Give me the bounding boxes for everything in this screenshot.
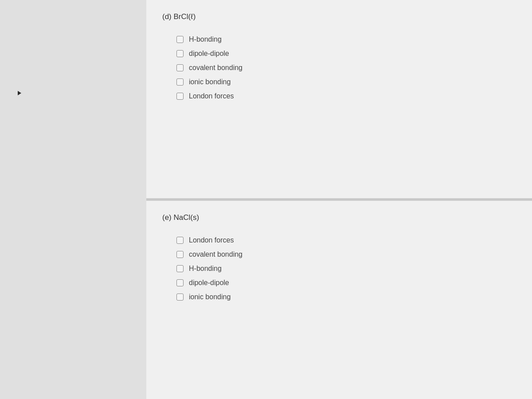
d_covalent-label[interactable]: covalent bonding [189, 64, 243, 72]
right-panel: (d) BrCl(ℓ) H-bondingdipole-dipolecovale… [146, 0, 532, 399]
question-d-options: H-bondingdipole-dipolecovalent bondingio… [162, 35, 516, 100]
list-item[interactable]: covalent bonding [176, 64, 516, 72]
d_dipole-checkbox[interactable] [176, 50, 184, 57]
list-item[interactable]: dipole-dipole [176, 50, 516, 58]
question-e-card: (e) NaCl(s) London forcescovalent bondin… [146, 200, 532, 399]
list-item[interactable]: covalent bonding [176, 250, 516, 258]
list-item[interactable]: H-bonding [176, 265, 516, 273]
e_hbonding-label[interactable]: H-bonding [189, 265, 222, 273]
e_london-checkbox[interactable] [176, 237, 184, 244]
d_covalent-checkbox[interactable] [176, 64, 184, 71]
question-e-title: (e) NaCl(s) [162, 213, 516, 222]
cursor-icon [18, 91, 21, 95]
d_hbonding-label[interactable]: H-bonding [189, 35, 222, 43]
d_dipole-label[interactable]: dipole-dipole [189, 50, 229, 58]
e_hbonding-checkbox[interactable] [176, 265, 184, 272]
list-item[interactable]: ionic bonding [176, 293, 516, 301]
e_ionic-checkbox[interactable] [176, 293, 184, 301]
left-panel [0, 0, 146, 399]
e_covalent-checkbox[interactable] [176, 251, 184, 258]
list-item[interactable]: ionic bonding [176, 78, 516, 86]
list-item[interactable]: London forces [176, 92, 516, 100]
e_dipole-checkbox[interactable] [176, 279, 184, 286]
d_ionic-label[interactable]: ionic bonding [189, 78, 231, 86]
d_ionic-checkbox[interactable] [176, 78, 184, 86]
d_london-checkbox[interactable] [176, 93, 184, 100]
list-item[interactable]: London forces [176, 236, 516, 244]
d_london-label[interactable]: London forces [189, 92, 234, 100]
d_hbonding-checkbox[interactable] [176, 36, 184, 43]
e_dipole-label[interactable]: dipole-dipole [189, 279, 229, 287]
list-item[interactable]: H-bonding [176, 35, 516, 43]
list-item[interactable]: dipole-dipole [176, 279, 516, 287]
e_ionic-label[interactable]: ionic bonding [189, 293, 231, 301]
question-e-options: London forcescovalent bondingH-bondingdi… [162, 236, 516, 301]
question-d-title: (d) BrCl(ℓ) [162, 12, 516, 21]
e_covalent-label[interactable]: covalent bonding [189, 250, 243, 258]
question-d-card: (d) BrCl(ℓ) H-bondingdipole-dipolecovale… [146, 0, 532, 199]
e_london-label[interactable]: London forces [189, 236, 234, 244]
